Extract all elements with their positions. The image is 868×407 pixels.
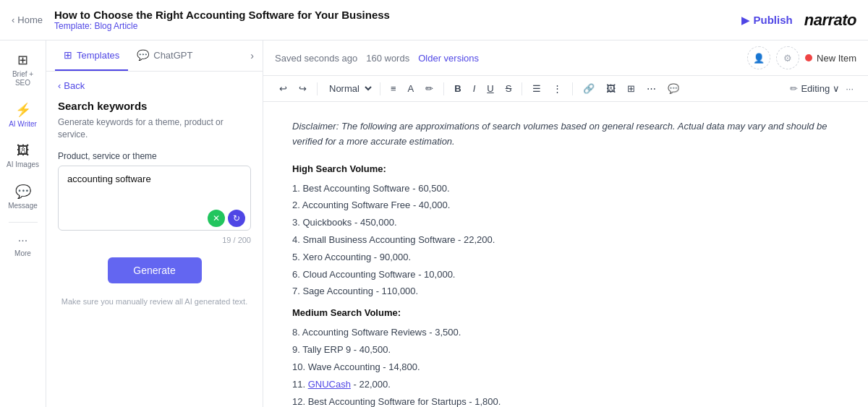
disclaimer-block: Disclaimer: The following are approximat…: [292, 119, 839, 150]
saved-status: Saved seconds ago: [275, 53, 357, 64]
sidebar-item-more[interactable]: ··· More: [3, 228, 43, 264]
underline-button[interactable]: U: [482, 81, 498, 96]
list-item: 4. Small Business Accounting Software - …: [292, 233, 839, 248]
bold-button[interactable]: B: [450, 81, 465, 96]
expand-icon[interactable]: ∨: [833, 83, 840, 94]
panel-collapse-button[interactable]: ›: [250, 40, 254, 71]
highlight-button[interactable]: ✏: [421, 81, 438, 96]
list-item: 1. Best Accounting Software - 60,500.: [292, 181, 839, 197]
separator-4: [522, 82, 522, 95]
tab-templates-label: Templates: [77, 50, 119, 61]
panel-tabs: ⊞ Templates 💬 ChatGPT ›: [46, 40, 263, 72]
list-button[interactable]: ☰: [528, 81, 545, 96]
high-volume-section: High Search Volume: 1. Best Accounting S…: [292, 161, 839, 300]
top-bar-right: ▶ Publish narrato: [741, 11, 856, 30]
share-icon-button[interactable]: 👤: [747, 46, 770, 69]
list-item: 7. Sage Accounting - 110,000.: [292, 284, 839, 299]
tab-chatgpt[interactable]: 💬 ChatGPT: [128, 40, 201, 71]
new-item-label: New Item: [817, 53, 856, 64]
sidebar-item-ai-images[interactable]: 🖼 AI Images: [3, 137, 43, 175]
settings-icon: ⚙: [783, 53, 792, 64]
sidebar-item-brief-seo[interactable]: ⊞ Brief + SEO: [3, 46, 43, 93]
italic-button[interactable]: I: [469, 81, 480, 96]
medium-volume-list: 8. Accounting Software Reviews - 3,500. …: [292, 325, 839, 407]
editing-label: Editing: [801, 83, 830, 94]
section-title: Search keywords: [58, 100, 251, 112]
message-icon: 💬: [15, 184, 31, 200]
publish-label: Publish: [754, 14, 793, 26]
separator-3: [443, 82, 444, 95]
chevron-left-icon: ‹: [12, 14, 14, 25]
high-volume-heading: High Search Volume:: [292, 161, 839, 177]
toolbar-right: 👤 ⚙ New Item: [747, 46, 856, 69]
list-item: 8. Accounting Software Reviews - 3,500.: [292, 325, 839, 340]
editor-toolbar-top: Saved seconds ago 160 words Older versio…: [263, 40, 868, 76]
numbered-button[interactable]: ⋮: [548, 81, 566, 96]
gnucash-link[interactable]: GNUCash: [308, 379, 351, 390]
generate-button[interactable]: Generate: [108, 257, 202, 283]
chatgpt-icon: 💬: [137, 49, 149, 61]
clear-button[interactable]: ✕: [208, 210, 225, 227]
list-item: 11. GNUCash - 22,000.: [292, 377, 839, 393]
undo-button[interactable]: ↩: [275, 81, 292, 96]
list-item: 6. Cloud Accounting Software - 10,000.: [292, 267, 839, 283]
home-link[interactable]: ‹ Home: [12, 14, 43, 25]
left-nav: ⊞ Brief + SEO ⚡ AI Writer 🖼 AI Images 💬 …: [0, 40, 46, 407]
lightning-icon: ⚡: [15, 102, 31, 118]
panel-content: ‹ Back Search keywords Generate keywords…: [46, 72, 263, 407]
new-item-dot: [805, 54, 812, 61]
textarea-wrapper: accounting software ✕ ↻: [58, 166, 251, 233]
high-volume-list: 1. Best Accounting Software - 60,500. 2.…: [292, 181, 839, 300]
sidebar-item-message[interactable]: 💬 Message: [3, 178, 43, 216]
refresh-button[interactable]: ↻: [228, 210, 245, 227]
settings-icon-button[interactable]: ⚙: [776, 46, 799, 69]
strikethrough-button[interactable]: S: [501, 81, 516, 96]
doc-title: How to Choose the Right Accounting Softw…: [54, 9, 390, 21]
share-icon: 👤: [753, 53, 765, 64]
publish-button[interactable]: ▶ Publish: [741, 14, 793, 26]
style-select[interactable]: Normal: [323, 80, 374, 97]
narrato-logo: narrato: [804, 11, 856, 30]
redo-button[interactable]: ↪: [294, 81, 311, 96]
list-item: 9. Tally ERP 9 - 40,500.: [292, 343, 839, 358]
title-block: How to Choose the Right Accounting Softw…: [54, 9, 390, 31]
sidebar-item-ai-writer[interactable]: ⚡ AI Writer: [3, 96, 43, 134]
link-button[interactable]: 🔗: [579, 81, 599, 96]
new-item-button[interactable]: New Item: [805, 53, 856, 64]
list-item: 5. Xero Accounting - 90,000.: [292, 250, 839, 265]
image-button[interactable]: 🖼: [602, 81, 620, 96]
panel: ⊞ Templates 💬 ChatGPT › ‹ Back Search ke…: [46, 40, 263, 407]
word-count: 160 words: [366, 53, 409, 64]
top-bar-left: ‹ Home How to Choose the Right Accountin…: [12, 9, 390, 31]
editing-badge: ✏ Editing ∨ ···: [790, 83, 856, 94]
more1-button[interactable]: ⋯: [642, 81, 660, 96]
separator-5: [572, 82, 573, 95]
tab-templates[interactable]: ⊞ Templates: [55, 40, 128, 71]
list-item: 3. Quickbooks - 450,000.: [292, 215, 839, 231]
more-icon: ···: [18, 234, 27, 247]
nav-divider: [9, 222, 38, 223]
templates-icon: ⊞: [64, 49, 72, 61]
section-desc: Generate keywords for a theme, product o…: [58, 116, 251, 141]
ai-disclaimer: Make sure you manually review all AI gen…: [58, 296, 251, 307]
older-versions-link[interactable]: Older versions: [418, 53, 479, 64]
list-item: 12. Best Accounting Software for Startup…: [292, 395, 839, 407]
chevron-left-icon: ‹: [58, 80, 61, 91]
grid-icon: ⊞: [17, 52, 28, 68]
editor-area: Saved seconds ago 160 words Older versio…: [263, 40, 868, 407]
toolbar-left: Saved seconds ago 160 words Older versio…: [275, 53, 479, 64]
edit-icon: ✏: [790, 83, 798, 94]
top-bar: ‹ Home How to Choose the Right Accountin…: [0, 0, 868, 40]
field-label: Product, service or theme: [58, 151, 251, 161]
more2-button[interactable]: ···: [843, 83, 856, 94]
align-button[interactable]: ≡: [386, 81, 401, 96]
publish-icon: ▶: [741, 14, 749, 26]
back-link[interactable]: ‹ Back: [58, 80, 251, 91]
list-item: 10. Wave Accounting - 14,800.: [292, 360, 839, 375]
main-layout: ⊞ Brief + SEO ⚡ AI Writer 🖼 AI Images 💬 …: [0, 40, 868, 407]
home-label: Home: [17, 14, 43, 25]
comment-button[interactable]: 💬: [663, 81, 684, 96]
color-button[interactable]: A: [404, 81, 419, 96]
table-button[interactable]: ⊞: [623, 81, 639, 96]
list-item: 2. Accounting Software Free - 40,000.: [292, 198, 839, 213]
